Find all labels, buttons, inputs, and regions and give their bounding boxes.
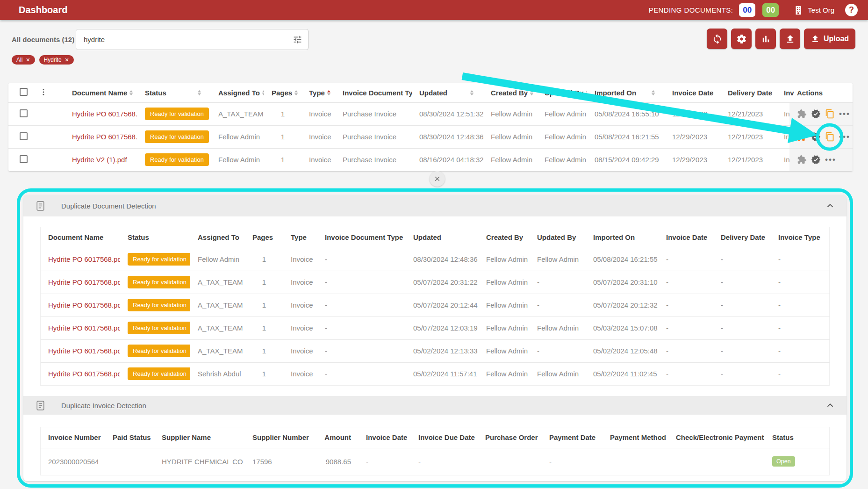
filter-chips: All✕Hydrite✕	[12, 55, 74, 65]
chevron-up-icon[interactable]	[825, 400, 835, 410]
column-header-created-by[interactable]: Created By	[483, 83, 537, 102]
cell-invoice_type: -	[771, 294, 830, 316]
pending-count-badge-blue[interactable]: 00	[739, 3, 755, 17]
sort-icon[interactable]	[127, 89, 135, 97]
more-actions-icon[interactable]: •••	[839, 132, 850, 141]
cell-imported_on: 05/08/2024 16:21:55	[587, 125, 665, 148]
document-name-link[interactable]: Hydrite PO 6017568.pdf	[48, 255, 120, 263]
sort-icon[interactable]	[528, 89, 536, 97]
verified-icon[interactable]	[811, 132, 821, 142]
verified-icon[interactable]	[811, 155, 821, 165]
document-name-link[interactable]: Hydrite PO 6017568.pdf	[72, 110, 137, 118]
column-header-assigned-to[interactable]: Assigned To	[211, 83, 264, 102]
kebab-menu-icon[interactable]	[39, 88, 48, 96]
cell-invoice_date: -	[659, 339, 713, 362]
cell-doc_name: Hydrite PO 6017568.pdf	[41, 248, 120, 271]
row-checkbox[interactable]	[20, 155, 28, 163]
status-badge: Ready for validation	[145, 108, 209, 120]
sort-icon[interactable]	[260, 89, 264, 97]
document-name-link[interactable]: Hydrite PO 6017568.pdf	[48, 324, 120, 332]
select-all-checkbox[interactable]	[20, 88, 28, 96]
sort-icon[interactable]	[195, 89, 203, 97]
help-icon[interactable]: ?	[845, 4, 858, 16]
chip-label: All	[16, 57, 22, 63]
document-row[interactable]: Hydrite PO 6017568.pdfReady for validati…	[8, 125, 853, 148]
puzzle-icon[interactable]	[797, 132, 807, 142]
cell-delivery_date: -	[713, 339, 771, 362]
cell-assigned_to: A_TAX_TEAM	[190, 294, 245, 316]
column-header-type[interactable]: Type	[301, 83, 335, 102]
cell-updated: 08/30/2024 12:51:32	[412, 102, 483, 125]
chip-remove-icon[interactable]: ✕	[26, 58, 30, 63]
column-header-inv[interactable]: Inv	[776, 83, 789, 102]
sort-icon[interactable]	[649, 89, 657, 97]
document-name-link[interactable]: Hydrite PO 6017568.pdf	[48, 278, 120, 286]
cell-status: Ready for validation	[137, 102, 211, 125]
cell-created_by: Fellow Admin	[479, 248, 530, 271]
search-input[interactable]	[76, 29, 308, 50]
sort-icon[interactable]	[325, 89, 333, 97]
duplicate-invoice-section-header[interactable]: Duplicate Invoice Detection	[23, 396, 846, 415]
cell-invoice_type: Inv	[776, 102, 789, 125]
close-duplicates-button[interactable]	[430, 171, 445, 187]
document-row[interactable]: Hydrite V2 (1).pdfReady for validationFe…	[8, 148, 853, 171]
filter-chip[interactable]: All✕	[12, 55, 35, 65]
puzzle-icon[interactable]	[797, 155, 807, 165]
settings-icon	[736, 34, 747, 44]
duplicate-document-row: Hydrite PO 6017568.pdfReady for validati…	[41, 271, 830, 294]
sort-icon[interactable]	[583, 89, 587, 97]
toolbar-button-bar-chart-icon[interactable]	[755, 29, 776, 49]
column-header-document-name[interactable]: Document Name	[65, 83, 137, 102]
chevron-up-icon[interactable]	[825, 201, 835, 211]
document-row[interactable]: Hydrite PO 6017568.pdfReady for validati…	[8, 102, 853, 125]
document-name-link[interactable]: Hydrite V2 (1).pdf	[72, 156, 127, 164]
duplicate-invoice-section-title: Duplicate Invoice Detection	[61, 402, 146, 410]
cell-doc_name: Hydrite PO 6017568.pdf	[65, 125, 137, 148]
column-header-imported-on[interactable]: Imported On	[587, 83, 665, 102]
duplicate-document-section-header[interactable]: Duplicate Document Detection	[23, 195, 846, 216]
cell-delivery_date: -	[713, 316, 771, 339]
verified-icon[interactable]	[811, 109, 821, 119]
cell-updated: 05/07/2024 12:03:19	[406, 316, 479, 339]
toolbar-button-settings-icon[interactable]	[731, 29, 752, 49]
cell-delivery_date: -	[713, 294, 771, 316]
chip-remove-icon[interactable]: ✕	[65, 58, 69, 63]
column-header-invoice-date[interactable]: Invoice Date	[665, 83, 720, 102]
toolbar-button-upload-icon[interactable]	[780, 29, 800, 49]
cell-updated: 08/16/2024 04:18:32	[412, 148, 483, 171]
column-header-updated-by[interactable]: Updated By	[537, 83, 587, 102]
column-header-invoice-document-type[interactable]: Invoice Document Type	[335, 83, 412, 102]
duplicate-document-icon[interactable]	[825, 109, 835, 119]
row-checkbox[interactable]	[20, 132, 28, 140]
cell-supplier_name: HYDRITE CHEMICAL CO	[154, 448, 245, 475]
status-badge: Ready for validation	[128, 253, 190, 266]
column-header-updated[interactable]: Updated	[412, 83, 483, 102]
more-actions-icon[interactable]: •••	[825, 155, 836, 164]
duplicate-invoice-table-wrap: Invoice NumberPaid StatusSupplier NameSu…	[40, 427, 830, 475]
cell-imported_on: 05/02/2024 12:05:48	[586, 339, 659, 362]
document-name-link[interactable]: Hydrite PO 6017568.pdf	[48, 301, 120, 309]
column-header-pages[interactable]: Pages	[264, 83, 301, 102]
actions-cell: •••	[789, 102, 853, 125]
puzzle-icon[interactable]	[797, 109, 807, 119]
cell-invoice_document_type: Purchase Invoice	[335, 148, 412, 171]
duplicate-document-icon[interactable]	[825, 132, 835, 142]
column-header-status[interactable]: Status	[137, 83, 211, 102]
filter-tune-icon[interactable]	[293, 35, 302, 44]
column-header-actions[interactable]: Actions	[789, 83, 853, 102]
pending-count-badge-green[interactable]: 00	[762, 3, 779, 17]
cell-created_by: Fellow Admin	[479, 271, 530, 294]
column-header-delivery-date[interactable]: Delivery Date	[720, 83, 776, 102]
toolbar-button-sync-icon[interactable]	[707, 29, 727, 49]
document-name-link[interactable]: Hydrite PO 6017568.pdf	[48, 347, 120, 355]
document-name-link[interactable]: Hydrite PO 6017568.pdf	[48, 370, 120, 378]
more-actions-icon[interactable]: •••	[839, 109, 850, 118]
upload-button[interactable]: Upload	[804, 29, 855, 49]
sort-icon[interactable]	[468, 89, 476, 97]
org-switcher[interactable]: Test Org	[793, 5, 834, 15]
sort-icon[interactable]	[292, 89, 300, 97]
document-name-link[interactable]: Hydrite PO 6017568.pdf	[72, 133, 137, 141]
filter-chip[interactable]: Hydrite✕	[39, 55, 74, 65]
dup-doc-column-pages: Pages	[245, 227, 283, 248]
row-checkbox[interactable]	[20, 109, 28, 117]
